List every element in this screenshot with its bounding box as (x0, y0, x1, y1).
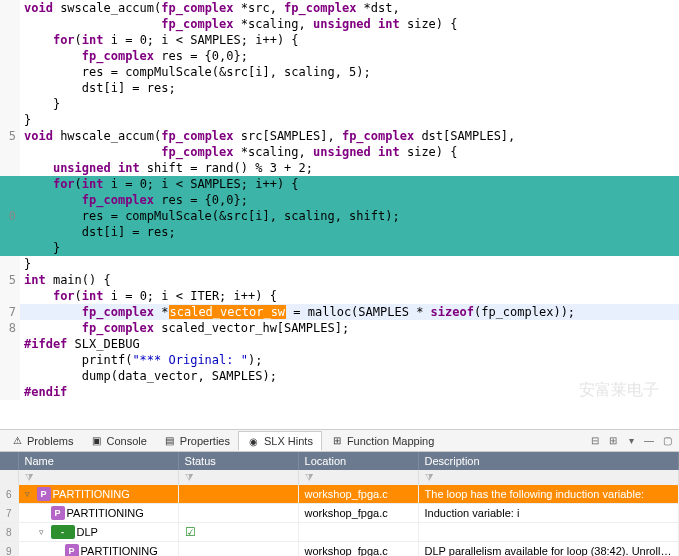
code-line[interactable]: for(int i = 0; i < ITER; i++) { (0, 288, 679, 304)
row-description: The loop has the following induction var… (418, 485, 678, 504)
code-line[interactable]: 0 res = compMulScale(&src[i], scaling, s… (0, 208, 679, 224)
col-location[interactable]: Location (298, 452, 418, 470)
row-name: DLP (77, 526, 98, 538)
row-description (418, 523, 678, 542)
row-location: workshop_fpga.c (298, 542, 418, 557)
filter-icon[interactable]: ⧩ (425, 472, 433, 483)
menu-icon[interactable]: ▾ (623, 433, 639, 449)
hints-table: Name Status Location Description ⧩ ⧩ ⧩ ⧩… (0, 452, 679, 556)
code-line[interactable]: printf("*** Original: "); (0, 352, 679, 368)
hints-table-area[interactable]: Name Status Location Description ⧩ ⧩ ⧩ ⧩… (0, 452, 679, 556)
code-line[interactable]: fp_complex *scaling, unsigned int size) … (0, 16, 679, 32)
code-line[interactable]: fp_complex *scaling, unsigned int size) … (0, 144, 679, 160)
tab-label: Problems (27, 435, 73, 447)
code-line[interactable]: fp_complex res = {0,0}; (0, 192, 679, 208)
col-name[interactable]: Name (18, 452, 178, 470)
tab-label: Properties (180, 435, 230, 447)
collapse-icon[interactable]: ⊟ (587, 433, 603, 449)
row-badge: P (65, 544, 79, 556)
code-line[interactable]: #endif (0, 384, 679, 400)
tab-label: SLX Hints (264, 435, 313, 447)
table-row[interactable]: 7PPARTITIONINGworkshop_fpga.cInduction v… (0, 504, 679, 523)
code-editor[interactable]: void swscale_accum(fp_complex *src, fp_c… (0, 0, 679, 430)
row-name: PARTITIONING (53, 488, 130, 500)
code-line[interactable]: 8 fp_complex scaled_vector_hw[SAMPLES]; (0, 320, 679, 336)
code-line[interactable]: dump(data_vector, SAMPLES); (0, 368, 679, 384)
tab-slx-hints[interactable]: ◉SLX Hints (238, 431, 322, 451)
status-ok-icon: ☑ (185, 525, 196, 539)
table-row[interactable]: 8▿-DLP☑ (0, 523, 679, 542)
table-row[interactable]: 9PPARTITIONINGworkshop_fpga.cDLP paralle… (0, 542, 679, 557)
code-line[interactable]: 5int main() { (0, 272, 679, 288)
tab-icon: ⚠ (10, 434, 24, 448)
code-line[interactable]: } (0, 96, 679, 112)
table-row[interactable]: 6▿PPARTITIONINGworkshop_fpga.cThe loop h… (0, 485, 679, 504)
expand-icon[interactable]: ⊞ (605, 433, 621, 449)
tab-icon: ⊞ (330, 434, 344, 448)
row-name: PARTITIONING (67, 507, 144, 519)
tab-tools: ⊟ ⊞ ▾ — ▢ (587, 433, 679, 449)
code-line[interactable]: for(int i = 0; i < SAMPLES; i++) { (0, 32, 679, 48)
code-line[interactable]: } (0, 240, 679, 256)
table-header-row: Name Status Location Description (0, 452, 679, 470)
minimize-icon[interactable]: — (641, 433, 657, 449)
code-line[interactable]: } (0, 112, 679, 128)
col-description[interactable]: Description (418, 452, 678, 470)
tab-problems[interactable]: ⚠Problems (2, 431, 81, 450)
row-location (298, 523, 418, 542)
code-line[interactable]: unsigned int shift = rand() % 3 + 2; (0, 160, 679, 176)
filter-icon[interactable]: ⧩ (25, 472, 33, 483)
code-line[interactable]: 7 fp_complex *scaled_vector_sw = malloc(… (0, 304, 679, 320)
row-badge: P (37, 487, 51, 501)
filter-row: ⧩ ⧩ ⧩ ⧩ (0, 470, 679, 485)
tab-icon: ▤ (163, 434, 177, 448)
code-line[interactable]: dst[i] = res; (0, 224, 679, 240)
tab-properties[interactable]: ▤Properties (155, 431, 238, 450)
row-badge: P (51, 506, 65, 520)
tree-toggle-icon[interactable]: ▿ (39, 527, 49, 537)
code-line[interactable]: fp_complex res = {0,0}; (0, 48, 679, 64)
row-description: DLP parallelism available for loop (38:4… (418, 542, 678, 557)
row-description: Induction variable: i (418, 504, 678, 523)
code-line[interactable]: } (0, 256, 679, 272)
row-location: workshop_fpga.c (298, 504, 418, 523)
filter-icon[interactable]: ⧩ (305, 472, 313, 483)
tab-label: Function Mapping (347, 435, 434, 447)
col-status[interactable]: Status (178, 452, 298, 470)
bottom-panel: ⚠Problems▣Console▤Properties◉SLX Hints⊞F… (0, 430, 679, 556)
tree-toggle-icon[interactable]: ▿ (25, 489, 35, 499)
row-location: workshop_fpga.c (298, 485, 418, 504)
tab-label: Console (106, 435, 146, 447)
tab-icon: ▣ (89, 434, 103, 448)
tab-function-mapping[interactable]: ⊞Function Mapping (322, 431, 442, 450)
tab-icon: ◉ (247, 434, 261, 448)
code-line[interactable]: void swscale_accum(fp_complex *src, fp_c… (0, 0, 679, 16)
code-line[interactable]: res = compMulScale(&src[i], scaling, 5); (0, 64, 679, 80)
tab-console[interactable]: ▣Console (81, 431, 154, 450)
row-name: PARTITIONING (81, 545, 158, 556)
code-line[interactable]: for(int i = 0; i < SAMPLES; i++) { (0, 176, 679, 192)
row-badge: - (51, 525, 75, 539)
maximize-icon[interactable]: ▢ (659, 433, 675, 449)
code-line[interactable]: 5void hwscale_accum(fp_complex src[SAMPL… (0, 128, 679, 144)
tab-bar: ⚠Problems▣Console▤Properties◉SLX Hints⊞F… (0, 430, 679, 452)
code-line[interactable]: dst[i] = res; (0, 80, 679, 96)
code-line[interactable]: #ifdef SLX_DEBUG (0, 336, 679, 352)
filter-icon[interactable]: ⧩ (185, 472, 193, 483)
